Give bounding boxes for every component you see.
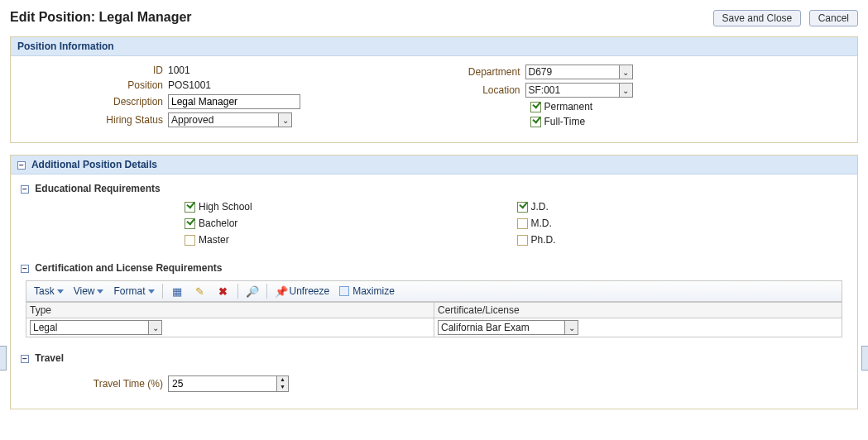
cancel-button[interactable]: Cancel [809,10,858,26]
toolbar-edit-button[interactable]: ✎ [191,284,209,299]
department-value: D679 [529,66,553,78]
jd-checkbox[interactable] [517,202,528,213]
section-travel: − Travel [19,349,849,371]
chevron-down-icon: ⌄ [619,65,632,79]
phd-checkbox[interactable] [517,235,528,246]
description-input[interactable] [168,94,300,109]
value-id: 1001 [168,65,190,76]
chevron-down-icon: ⌄ [619,84,632,97]
master-label: Master [199,234,229,246]
toolbar-new-button[interactable]: ▦ [168,284,186,299]
department-select[interactable]: D679 ⌄ [525,65,633,79]
left-panel-handle[interactable] [0,346,7,371]
collapse-icon[interactable]: − [21,185,29,194]
section-title-travel: Travel [35,352,64,364]
phd-label: Ph.D. [531,234,556,246]
chevron-down-icon: ⌄ [278,113,291,127]
label-position: Position [19,79,168,91]
highschool-checkbox[interactable] [185,202,195,213]
value-position: POS1001 [168,79,211,91]
jd-label: J.D. [531,201,549,213]
collapse-icon[interactable]: − [17,161,26,170]
panel-header-position-information: Position Information [11,37,857,56]
location-value: SF:001 [529,84,561,96]
travel-time-input[interactable] [169,376,276,391]
label-location: Location [434,84,525,96]
pencil-icon: ✎ [194,285,207,298]
collapse-icon[interactable]: − [21,265,29,273]
col-header-type[interactable]: Type [26,303,434,318]
toolbar-format-menu[interactable]: Format [111,285,156,298]
binoculars-icon: 🔎 [246,285,259,298]
save-and-close-button[interactable]: Save and Close [713,10,802,26]
pushpin-icon: 📌 [275,285,288,298]
toolbar-maximize-button[interactable]: Maximize [337,285,397,298]
md-checkbox[interactable] [517,218,528,229]
label-hiring-status: Hiring Status [19,114,168,126]
maximize-icon [339,286,349,296]
cert-type-value: Legal [33,322,57,333]
label-department: Department [434,66,525,78]
section-title-cert: Certification and License Requirements [35,262,222,274]
cert-type-select[interactable]: Legal ⌄ [30,320,162,335]
master-checkbox[interactable] [185,235,195,246]
new-document-icon: ▦ [170,285,184,298]
chevron-down-icon [57,289,64,294]
grid-row: Legal ⌄ California Bar Exam ⌄ [26,318,842,337]
panel-header-additional: − Additional Position Details [11,155,857,175]
fulltime-label: Full-Time [544,116,586,127]
hiring-status-value: Approved [171,114,213,126]
section-title-edu: Educational Requirements [35,183,160,194]
permanent-label: Permanent [544,101,593,112]
label-id: ID [19,65,168,76]
travel-time-spinner[interactable]: ▲ ▼ [168,375,289,392]
section-cert-license: − Certification and License Requirements [19,259,849,280]
bachelor-checkbox[interactable] [185,218,195,229]
chevron-down-icon [148,289,155,294]
bachelor-label: Bachelor [199,218,237,229]
chevron-down-icon: ⌄ [564,321,578,334]
page-title: Edit Position: Legal Manager [10,10,192,25]
spin-up-icon[interactable]: ▲ [277,376,288,384]
cert-license-value: California Bar Exam [441,322,530,333]
toolbar-task-menu[interactable]: Task [31,285,66,298]
cert-license-select[interactable]: California Bar Exam ⌄ [438,320,578,335]
toolbar-separator [162,284,163,299]
delete-icon: ✖ [217,285,230,298]
toolbar-separator [237,284,238,299]
position-information-panel: Position Information ID 1001 Position PO… [10,36,858,143]
toolbar-separator [266,284,267,299]
panel-title-additional: Additional Position Details [31,159,157,170]
highschool-label: High School [199,201,252,213]
chevron-down-icon [97,289,103,294]
grid-toolbar: Task View Format ▦ ✎ ✖ 🔎 [26,281,842,302]
section-educational-requirements: − Educational Requirements [19,179,849,201]
location-select[interactable]: SF:001 ⌄ [525,83,633,98]
cert-grid: Task View Format ▦ ✎ ✖ 🔎 [26,280,842,337]
hiring-status-select[interactable]: Approved ⌄ [168,112,292,127]
grid-header: Type Certificate/License [26,302,842,318]
fulltime-checkbox[interactable] [530,117,541,127]
col-header-cert[interactable]: Certificate/License [434,303,842,318]
permanent-checkbox[interactable] [530,102,541,112]
toolbar-view-menu[interactable]: View [71,285,107,298]
right-panel-handle[interactable] [861,346,868,371]
header-actions: Save and Close Cancel [708,10,858,26]
label-description: Description [19,96,168,108]
chevron-down-icon: ⌄ [148,321,161,334]
label-travel-time: Travel Time (%) [19,378,168,390]
toolbar-unfreeze-button[interactable]: 📌 Unfreeze [272,284,333,299]
collapse-icon[interactable]: − [21,355,29,363]
toolbar-delete-button[interactable]: ✖ [214,284,233,299]
toolbar-find-button[interactable]: 🔎 [243,284,261,299]
spin-down-icon[interactable]: ▼ [277,384,288,391]
additional-position-details-panel: − Additional Position Details − Educatio… [10,155,858,409]
md-label: M.D. [531,218,552,229]
